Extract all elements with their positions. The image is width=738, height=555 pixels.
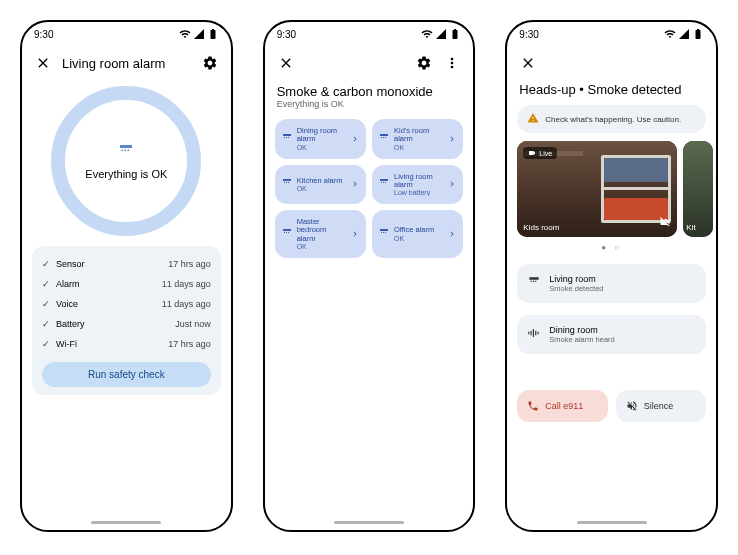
more-icon[interactable] bbox=[443, 54, 461, 72]
battery-icon bbox=[692, 28, 704, 40]
alarm-device-icon bbox=[378, 225, 390, 243]
camera-label: Kit bbox=[686, 223, 695, 232]
status-time: 9:30 bbox=[34, 29, 53, 40]
alarm-card[interactable]: Living room alarmLow battery bbox=[372, 165, 463, 205]
alarm-device-icon bbox=[117, 142, 135, 164]
live-label: Live bbox=[539, 150, 552, 157]
alarm-card[interactable]: Kitchen alarmOK bbox=[275, 165, 366, 205]
alarm-name: Living room alarm bbox=[394, 173, 443, 190]
check-label: Wi-Fi bbox=[56, 339, 168, 349]
gear-icon[interactable] bbox=[201, 54, 219, 72]
page-title: Smoke & carbon monoxide bbox=[265, 80, 474, 99]
chevron-right-icon bbox=[350, 175, 360, 193]
status-time: 9:30 bbox=[277, 29, 296, 40]
run-safety-check-button[interactable]: Run safety check bbox=[42, 362, 211, 387]
check-label: Voice bbox=[56, 299, 162, 309]
alarm-device-icon bbox=[378, 175, 390, 193]
page-title: Heads-up • Smoke detected bbox=[507, 80, 716, 105]
alert-room: Dining room bbox=[549, 325, 614, 335]
phone-2: 9:30 Smoke & carbon monoxide Everything … bbox=[263, 20, 476, 532]
signal-icon bbox=[193, 28, 205, 40]
status-icons bbox=[179, 28, 219, 40]
status-time: 9:30 bbox=[519, 29, 538, 40]
call-label: Call e911 bbox=[545, 401, 583, 411]
chevron-right-icon bbox=[447, 225, 457, 243]
warning-text: Check what's happening. Use caution. bbox=[545, 115, 681, 124]
action-row: Call e911 Silence bbox=[507, 360, 716, 422]
alarm-status: Low battery bbox=[394, 189, 443, 196]
check-icon: ✓ bbox=[42, 299, 56, 309]
alarm-card[interactable]: Kid's room alarmOK bbox=[372, 119, 463, 159]
alarm-device-icon bbox=[281, 175, 293, 193]
warning-chip: Check what's happening. Use caution. bbox=[517, 105, 706, 133]
phone-3: 9:30 Heads-up • Smoke detected Check wha… bbox=[505, 20, 718, 532]
close-icon[interactable] bbox=[519, 54, 537, 72]
alarm-status: OK bbox=[297, 243, 346, 250]
warning-icon bbox=[527, 112, 539, 126]
alarm-device-icon bbox=[281, 130, 293, 148]
alert-detail: Smoke detected bbox=[549, 284, 603, 293]
check-time: 17 hrs ago bbox=[168, 259, 211, 269]
alarm-status: OK bbox=[297, 144, 346, 151]
silence-button[interactable]: Silence bbox=[616, 390, 706, 422]
check-time: 11 days ago bbox=[162, 299, 211, 309]
alarm-card[interactable]: Dining room alarmOK bbox=[275, 119, 366, 159]
top-bar bbox=[265, 46, 474, 80]
wifi-icon bbox=[421, 28, 433, 40]
check-time: 11 days ago bbox=[162, 279, 211, 289]
check-row: ✓ Battery Just now bbox=[42, 314, 211, 334]
status-bar: 9:30 bbox=[265, 22, 474, 46]
gear-icon[interactable] bbox=[415, 54, 433, 72]
live-pill: Live bbox=[523, 147, 557, 159]
alarm-device-icon bbox=[281, 225, 293, 243]
chevron-right-icon bbox=[447, 130, 457, 148]
alert-card[interactable]: Dining room Smoke alarm heard bbox=[517, 315, 706, 354]
home-indicator bbox=[91, 521, 161, 524]
alarm-name: Kid's room alarm bbox=[394, 127, 443, 144]
content: Everything is OK ✓ Sensor 17 hrs ago ✓ A… bbox=[22, 80, 231, 530]
chevron-right-icon bbox=[350, 225, 360, 243]
camera-label: Kids room bbox=[523, 223, 559, 232]
alarm-name: Master bedroom alarm bbox=[297, 218, 346, 243]
alarm-card[interactable]: Office alarmOK bbox=[372, 210, 463, 258]
call-e911-button[interactable]: Call e911 bbox=[517, 390, 607, 422]
battery-icon bbox=[449, 28, 461, 40]
alarm-device-icon bbox=[378, 130, 390, 148]
silence-label: Silence bbox=[644, 401, 674, 411]
close-icon[interactable] bbox=[277, 54, 295, 72]
phone-1: 9:30 Living room alarm Everything is OK bbox=[20, 20, 233, 532]
check-icon: ✓ bbox=[42, 279, 56, 289]
page-dots: ● ○ bbox=[507, 243, 716, 252]
home-indicator bbox=[334, 521, 404, 524]
camera-icon bbox=[528, 149, 536, 157]
status-bar: 9:30 bbox=[22, 22, 231, 46]
chevron-right-icon bbox=[350, 130, 360, 148]
check-row: ✓ Alarm 11 days ago bbox=[42, 274, 211, 294]
status-icons bbox=[664, 28, 704, 40]
alarm-card[interactable]: Master bedroom alarmOK bbox=[275, 210, 366, 258]
status-icons bbox=[421, 28, 461, 40]
phone-icon bbox=[527, 400, 539, 412]
checks-list: ✓ Sensor 17 hrs ago ✓ Alarm 11 days ago … bbox=[32, 246, 221, 395]
alarm-name: Dining room alarm bbox=[297, 127, 346, 144]
check-icon: ✓ bbox=[42, 339, 56, 349]
check-row: ✓ Wi-Fi 17 hrs ago bbox=[42, 334, 211, 354]
signal-icon bbox=[435, 28, 447, 40]
check-row: ✓ Sensor 17 hrs ago bbox=[42, 254, 211, 274]
check-label: Alarm bbox=[56, 279, 162, 289]
check-icon: ✓ bbox=[42, 319, 56, 329]
top-bar bbox=[507, 46, 716, 80]
camera-feed-partial[interactable]: Kit bbox=[683, 141, 713, 237]
page-title: Living room alarm bbox=[62, 56, 191, 71]
close-icon[interactable] bbox=[34, 54, 52, 72]
alert-card[interactable]: Living room Smoke detected bbox=[517, 264, 706, 303]
alarm-device-icon bbox=[527, 275, 541, 293]
check-time: 17 hrs ago bbox=[168, 339, 211, 349]
check-time: Just now bbox=[175, 319, 211, 329]
top-bar: Living room alarm bbox=[22, 46, 231, 80]
check-label: Sensor bbox=[56, 259, 168, 269]
alert-detail: Smoke alarm heard bbox=[549, 335, 614, 344]
chevron-right-icon bbox=[447, 175, 457, 193]
camera-feed[interactable]: Live Kids room bbox=[517, 141, 677, 237]
camera-row: Live Kids room Kit bbox=[507, 141, 716, 237]
